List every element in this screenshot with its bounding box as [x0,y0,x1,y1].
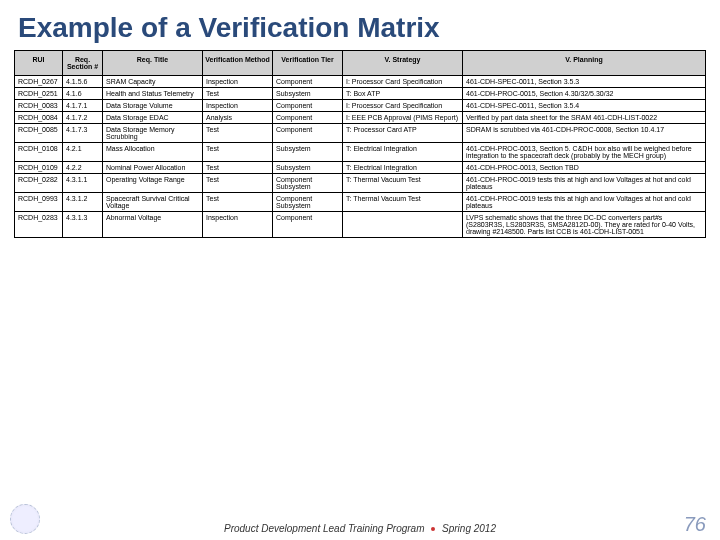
table-row: RCDH_00844.1.7.2Data Storage EDACAnalysi… [15,112,706,124]
cell-tier: Component Subsystem [273,174,343,193]
table-row: RCDH_00834.1.7.1Data Storage VolumeInspe… [15,100,706,112]
cell-planning: 461-CDH-PROC-0013, Section TBD [463,162,706,174]
cell-tier: Component [273,112,343,124]
footer: Product Development Lead Training Progra… [0,523,720,534]
cell-strategy: T: Thermal Vacuum Test [343,193,463,212]
table-row: RCDH_01094.2.2Nominal Power AllocationTe… [15,162,706,174]
cell-strategy: I: EEE PCB Approval (PIMS Report) [343,112,463,124]
cell-strategy: I: Processor Card Specification [343,76,463,88]
cell-method: Inspection [203,212,273,238]
cell-method: Test [203,124,273,143]
cell-planning: 461-CDH-SPEC-0011, Section 3.5.3 [463,76,706,88]
table-container: RUI Req. Section # Req. Title Verificati… [0,50,720,238]
cell-sec: 4.1.7.1 [63,100,103,112]
cell-title: Mass Allocation [103,143,203,162]
col-strategy: V. Strategy [343,51,463,76]
cell-strategy: I: Processor Card Specification [343,100,463,112]
cell-planning: 461-CDH-PROC-0013, Section 5. C&DH box a… [463,143,706,162]
cell-rui: RCDH_0109 [15,162,63,174]
table-header-row: RUI Req. Section # Req. Title Verificati… [15,51,706,76]
col-tier: Verification Tier [273,51,343,76]
cell-strategy: T: Electrical Integration [343,162,463,174]
cell-sec: 4.1.7.2 [63,112,103,124]
cell-method: Analysis [203,112,273,124]
cell-rui: RCDH_0108 [15,143,63,162]
table-row: RCDH_02674.1.5.6SRAM CapacityInspectionC… [15,76,706,88]
cell-planning: Verified by part data sheet for the SRAM… [463,112,706,124]
footer-program: Product Development Lead Training Progra… [224,523,424,534]
footer-term: Spring 2012 [442,523,496,534]
cell-method: Test [203,193,273,212]
cell-strategy: T: Electrical Integration [343,143,463,162]
cell-strategy [343,212,463,238]
cell-title: Abnormal Voltage [103,212,203,238]
cell-tier: Component [273,124,343,143]
col-rui: RUI [15,51,63,76]
cell-title: Nominal Power Allocation [103,162,203,174]
table-row: RCDH_00854.1.7.3Data Storage Memory Scru… [15,124,706,143]
cell-sec: 4.1.6 [63,88,103,100]
cell-title: Spacecraft Survival Critical Voltage [103,193,203,212]
cell-planning: LVPS schematic shows that the three DC-D… [463,212,706,238]
cell-tier: Subsystem [273,162,343,174]
cell-tier: Subsystem [273,88,343,100]
cell-sec: 4.2.1 [63,143,103,162]
cell-sec: 4.1.5.6 [63,76,103,88]
verification-matrix-table: RUI Req. Section # Req. Title Verificati… [14,50,706,238]
cell-sec: 4.3.1.2 [63,193,103,212]
cell-rui: RCDH_0267 [15,76,63,88]
cell-method: Inspection [203,100,273,112]
cell-tier: Component [273,76,343,88]
cell-planning: 461-CDH-SPEC-0011, Section 3.5.4 [463,100,706,112]
table-row: RCDH_02824.3.1.1Operating Voltage RangeT… [15,174,706,193]
cell-title: Health and Status Telemetry [103,88,203,100]
cell-sec: 4.3.1.1 [63,174,103,193]
col-section: Req. Section # [63,51,103,76]
cell-rui: RCDH_0085 [15,124,63,143]
cell-strategy: T: Thermal Vacuum Test [343,174,463,193]
col-method: Verification Method [203,51,273,76]
table-row: RCDH_09934.3.1.2Spacecraft Survival Crit… [15,193,706,212]
cell-rui: RCDH_0282 [15,174,63,193]
cell-planning: SDRAM is scrubbed via 461-CDH-PROC-0008,… [463,124,706,143]
cell-rui: RCDH_0083 [15,100,63,112]
cell-title: Operating Voltage Range [103,174,203,193]
cell-sec: 4.3.1.3 [63,212,103,238]
col-req-title: Req. Title [103,51,203,76]
cell-planning: 461-CDH-PROC-0019 tests this at high and… [463,193,706,212]
table-row: RCDH_02834.3.1.3Abnormal VoltageInspecti… [15,212,706,238]
cell-planning: 461-CDH-PROC-0019 tests this at high and… [463,174,706,193]
bullet-icon [431,527,435,531]
cell-rui: RCDH_0283 [15,212,63,238]
table-row: RCDH_01084.2.1Mass AllocationTestSubsyst… [15,143,706,162]
cell-method: Test [203,162,273,174]
cell-title: Data Storage Memory Scrubbing [103,124,203,143]
page-number: 76 [684,513,706,536]
cell-tier: Subsystem [273,143,343,162]
cell-tier: Component [273,212,343,238]
cell-strategy: T: Processor Card ATP [343,124,463,143]
cell-method: Test [203,88,273,100]
cell-strategy: T: Box ATP [343,88,463,100]
cell-title: SRAM Capacity [103,76,203,88]
cell-title: Data Storage EDAC [103,112,203,124]
col-planning: V. Planning [463,51,706,76]
cell-method: Test [203,174,273,193]
table-row: RCDH_02514.1.6Health and Status Telemetr… [15,88,706,100]
cell-rui: RCDH_0084 [15,112,63,124]
cell-method: Inspection [203,76,273,88]
cell-method: Test [203,143,273,162]
slide-title: Example of a Verification Matrix [0,0,720,50]
cell-title: Data Storage Volume [103,100,203,112]
cell-planning: 461-CDH-PROC-0015, Section 4.30/32/5.30/… [463,88,706,100]
cell-tier: Component Subsystem [273,193,343,212]
cell-rui: RCDH_0993 [15,193,63,212]
cell-sec: 4.1.7.3 [63,124,103,143]
cell-tier: Component [273,100,343,112]
cell-rui: RCDH_0251 [15,88,63,100]
cell-sec: 4.2.2 [63,162,103,174]
